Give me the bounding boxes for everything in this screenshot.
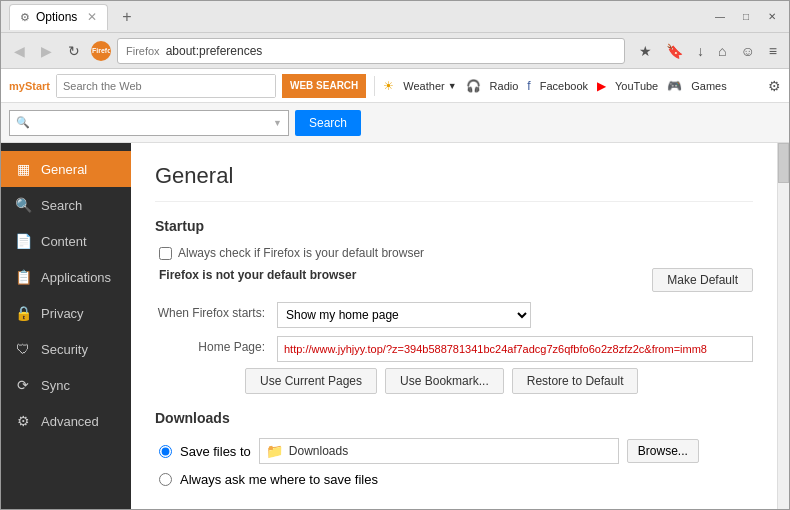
sidebar-item-advanced[interactable]: ⚙ Advanced (1, 403, 131, 439)
youtube-label: YouTube (615, 80, 658, 92)
starts-select-wrap[interactable]: Show my home page Show a blank page Show… (277, 302, 531, 328)
search-prefix-icon: 🔍 (16, 116, 30, 129)
youtube-icon: ▶ (597, 79, 606, 93)
home-page-row: Home Page: (155, 336, 753, 362)
sidebar-item-sync[interactable]: ⟳ Sync (1, 367, 131, 403)
always-ask-radio[interactable] (159, 473, 172, 486)
search-button[interactable]: Search (295, 110, 361, 136)
new-tab-button[interactable]: + (116, 6, 137, 28)
default-browser-checkbox[interactable] (159, 247, 172, 260)
bookmark-star-button[interactable]: ★ (635, 40, 656, 62)
url-prefix-text: Firefox (126, 45, 160, 57)
weather-icon: ☀ (383, 79, 394, 93)
mystart-logo: myStart (9, 80, 50, 92)
back-button[interactable]: ◀ (9, 39, 30, 63)
sidebar-label-advanced: Advanced (41, 414, 99, 429)
radio-icon: 🎧 (466, 79, 481, 93)
sidebar-item-applications[interactable]: 📋 Applications (1, 259, 131, 295)
facebook-icon: f (527, 79, 530, 93)
close-button[interactable]: ✕ (763, 8, 781, 26)
when-starts-row: When Firefox starts: Show my home page S… (155, 302, 753, 328)
default-browser-label: Always check if Firefox is your default … (178, 246, 424, 260)
games-label: Games (691, 80, 726, 92)
downloads-path-text: Downloads (289, 444, 348, 458)
main-area: ▦ General 🔍 Search 📄 Content 📋 Applicati… (1, 143, 789, 509)
sidebar-label-general: General (41, 162, 87, 177)
browse-button[interactable]: Browse... (627, 439, 699, 463)
web-search-button[interactable]: WEB SEARCH (282, 74, 366, 98)
pocket-button[interactable]: 🔖 (662, 40, 687, 62)
sidebar: ▦ General 🔍 Search 📄 Content 📋 Applicati… (1, 143, 131, 509)
general-icon: ▦ (15, 161, 31, 177)
make-default-button[interactable]: Make Default (652, 268, 753, 292)
facebook-label: Facebook (540, 80, 588, 92)
account-button[interactable]: ☺ (737, 40, 759, 62)
always-ask-label: Always ask me where to save files (180, 472, 378, 487)
nav-icon-group: ★ 🔖 ↓ ⌂ ☺ ≡ (635, 40, 781, 62)
default-browser-checkbox-row[interactable]: Always check if Firefox is your default … (159, 246, 753, 260)
toolbar-search-input[interactable] (57, 75, 275, 97)
search-input[interactable] (34, 116, 269, 130)
advanced-icon: ⚙ (15, 413, 31, 429)
games-link[interactable]: Games (688, 80, 729, 92)
security-icon: 🛡 (15, 341, 31, 357)
sync-icon: ⟳ (15, 377, 31, 393)
maximize-button[interactable]: □ (737, 8, 755, 26)
radio-link[interactable]: Radio (487, 80, 522, 92)
folder-icon: 📁 (266, 443, 283, 459)
downloads-path-display: 📁 Downloads (259, 438, 619, 464)
sidebar-label-privacy: Privacy (41, 306, 84, 321)
scrollbar-track[interactable] (777, 143, 789, 509)
sidebar-item-content[interactable]: 📄 Content (1, 223, 131, 259)
navigation-bar: ◀ ▶ ↻ Firefox Firefox about:preferences … (1, 33, 789, 69)
tab-close-btn[interactable]: ✕ (87, 10, 97, 24)
homepage-btn-row: Use Current Pages Use Bookmark... Restor… (245, 368, 753, 394)
toolbar-search-box[interactable] (56, 74, 276, 98)
content-area: General Startup Always check if Firefox … (131, 143, 777, 509)
radio-label: Radio (490, 80, 519, 92)
search-bar: 🔍 ▼ Search (1, 103, 789, 143)
tab-icon: ⚙ (20, 11, 30, 24)
when-starts-select[interactable]: Show my home page Show a blank page Show… (277, 302, 531, 328)
sidebar-label-sync: Sync (41, 378, 70, 393)
save-files-radio[interactable] (159, 445, 172, 458)
download-button[interactable]: ↓ (693, 40, 708, 62)
downloads-section-title: Downloads (155, 410, 753, 426)
sidebar-item-privacy[interactable]: 🔒 Privacy (1, 295, 131, 331)
search-dropdown-icon: ▼ (273, 118, 282, 128)
home-nav-button[interactable]: ⌂ (714, 40, 730, 62)
sidebar-item-search[interactable]: 🔍 Search (1, 187, 131, 223)
use-bookmark-button[interactable]: Use Bookmark... (385, 368, 504, 394)
always-ask-row: Always ask me where to save files (159, 472, 753, 487)
url-text: about:preferences (166, 44, 263, 58)
facebook-link[interactable]: Facebook (537, 80, 591, 92)
use-current-pages-button[interactable]: Use Current Pages (245, 368, 377, 394)
options-tab[interactable]: ⚙ Options ✕ (9, 4, 108, 30)
search-input-wrap[interactable]: 🔍 ▼ (9, 110, 289, 136)
weather-link[interactable]: Weather ▼ (400, 80, 459, 92)
home-page-input[interactable] (277, 336, 753, 362)
window-controls: — □ ✕ (711, 8, 781, 26)
minimize-button[interactable]: — (711, 8, 729, 26)
weather-dropdown-icon: ▼ (448, 81, 457, 91)
firefox-logo: Firefox (91, 41, 111, 61)
youtube-link[interactable]: YouTube (612, 80, 661, 92)
sidebar-item-security[interactable]: 🛡 Security (1, 331, 131, 367)
toolbar-settings-button[interactable]: ⚙ (768, 78, 781, 94)
applications-icon: 📋 (15, 269, 31, 285)
forward-button[interactable]: ▶ (36, 39, 57, 63)
tab-title: Options (36, 10, 77, 24)
refresh-button[interactable]: ↻ (63, 39, 85, 63)
when-starts-label: When Firefox starts: (155, 302, 265, 320)
sidebar-label-applications: Applications (41, 270, 111, 285)
restore-default-button[interactable]: Restore to Default (512, 368, 639, 394)
url-bar[interactable]: Firefox about:preferences (117, 38, 625, 64)
content-icon: 📄 (15, 233, 31, 249)
page-title: General (155, 163, 753, 202)
sidebar-item-general[interactable]: ▦ General (1, 151, 131, 187)
scrollbar-thumb[interactable] (778, 143, 789, 183)
search-icon: 🔍 (15, 197, 31, 213)
home-page-label: Home Page: (155, 336, 265, 354)
menu-button[interactable]: ≡ (765, 40, 781, 62)
startup-section-title: Startup (155, 218, 753, 234)
